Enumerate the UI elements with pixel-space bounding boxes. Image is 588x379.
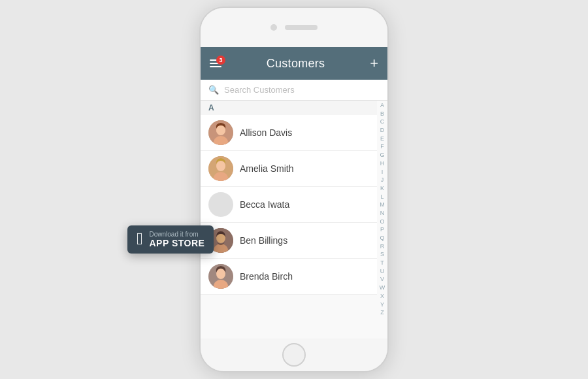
contact-name: Allison Davis [240, 127, 292, 138]
alpha-c[interactable]: C [380, 118, 385, 126]
contact-name: Becca Iwata [240, 199, 289, 210]
alpha-z[interactable]: Z [380, 309, 384, 317]
alpha-b[interactable]: B [380, 110, 384, 118]
list-item[interactable]: Ben Billings [201, 223, 377, 259]
alpha-j[interactable]: J [381, 176, 384, 184]
alpha-a[interactable]: A [380, 102, 384, 110]
phone-shell: 3 Customers + 🔍 Search Customers A [199, 7, 389, 372]
list-item[interactable]: Brenda Birch [201, 259, 377, 295]
contact-name: Ben Billings [240, 235, 287, 246]
search-placeholder: Search Customers [224, 85, 295, 95]
list-item[interactable]: Amelia Smith [201, 151, 377, 187]
avatar [208, 264, 233, 289]
notification-badge: 3 [216, 56, 225, 65]
page-title: Customers [267, 57, 325, 71]
section-header-a: A [201, 101, 377, 115]
alpha-o[interactable]: O [380, 218, 384, 226]
alpha-v[interactable]: V [380, 276, 384, 284]
alpha-i[interactable]: I [382, 169, 384, 176]
svg-point-5 [216, 161, 225, 171]
alpha-k[interactable]: K [380, 185, 384, 193]
alpha-f[interactable]: F [380, 143, 384, 151]
alpha-m[interactable]: M [380, 201, 385, 209]
alpha-d[interactable]: D [380, 127, 385, 135]
camera-dot [270, 24, 277, 31]
avatar [208, 156, 233, 181]
badge-text: Download it from APP STORE [150, 231, 205, 248]
contact-list: A Allis [201, 101, 387, 338]
alpha-p[interactable]: P [380, 226, 384, 234]
contact-name: Amelia Smith [240, 163, 293, 174]
avatar-placeholder [208, 192, 233, 217]
app-header: 3 Customers + [201, 47, 387, 80]
phone-top [201, 8, 387, 47]
phone-screen: 3 Customers + 🔍 Search Customers A [201, 47, 387, 338]
alpha-n[interactable]: N [380, 210, 385, 218]
phone-bottom [201, 338, 387, 371]
alpha-h[interactable]: H [380, 160, 385, 168]
alpha-g[interactable]: G [380, 152, 384, 159]
contact-items: A Allis [201, 101, 377, 338]
alpha-l[interactable]: L [380, 193, 384, 201]
alpha-q[interactable]: Q [380, 235, 384, 242]
badge-line2: APP STORE [150, 238, 205, 248]
alpha-r[interactable]: R [380, 243, 385, 251]
apple-logo-icon:  [137, 230, 143, 247]
add-button[interactable]: + [370, 56, 378, 71]
list-item[interactable]: Allison Davis [201, 115, 377, 151]
alpha-s[interactable]: S [380, 251, 384, 259]
list-item[interactable]: Becca Iwata [201, 187, 377, 223]
menu-button[interactable]: 3 [210, 59, 221, 67]
alphabet-sidebar[interactable]: A B C D E F G H I J K L M N O P Q [377, 101, 387, 338]
contact-name: Brenda Birch [240, 271, 293, 282]
alpha-e[interactable]: E [380, 135, 384, 143]
alpha-u[interactable]: U [380, 268, 385, 276]
scene: 3 Customers + 🔍 Search Customers A [0, 0, 588, 379]
badge-line1: Download it from [150, 231, 205, 238]
app-store-badge[interactable]:  Download it from APP STORE [127, 225, 214, 254]
alpha-x[interactable]: X [380, 293, 384, 301]
avatar [208, 120, 233, 145]
speaker-bar [285, 25, 318, 30]
alpha-t[interactable]: T [380, 259, 384, 267]
alpha-w[interactable]: W [380, 284, 385, 292]
search-icon: 🔍 [208, 85, 219, 95]
alpha-y[interactable]: Y [380, 301, 384, 309]
search-bar[interactable]: 🔍 Search Customers [201, 80, 387, 101]
home-button[interactable] [282, 343, 306, 367]
svg-point-11 [216, 269, 225, 279]
